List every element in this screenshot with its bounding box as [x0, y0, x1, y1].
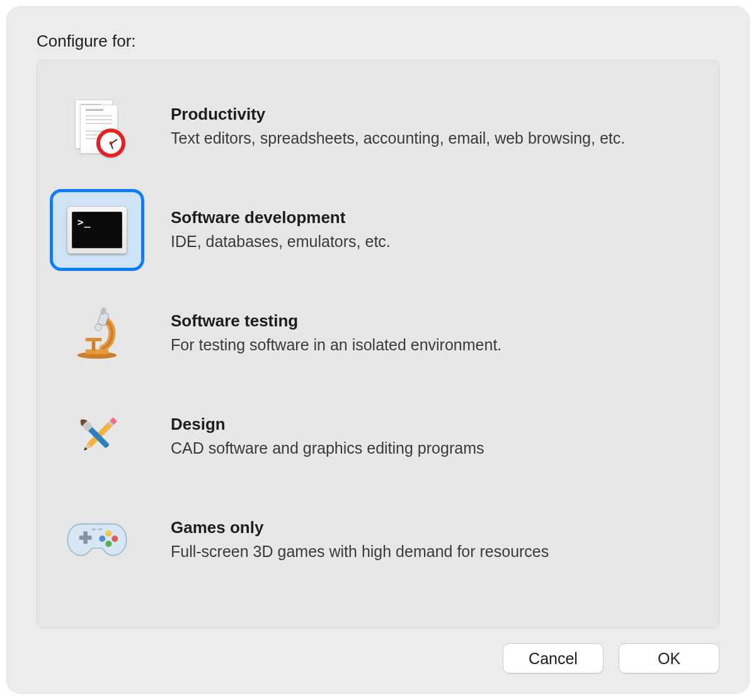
svg-rect-3 [92, 341, 96, 351]
options-panel: Productivity Text editors, spreadsheets,… [37, 60, 719, 628]
configure-dialog: Configure for: [6, 6, 750, 694]
option-games-only[interactable]: Games only Full-screen 3D games with hig… [50, 493, 694, 587]
option-text: Software testing For testing software in… [171, 311, 694, 356]
cancel-button[interactable]: Cancel [503, 643, 604, 674]
svg-point-16 [105, 531, 112, 537]
option-title: Software testing [171, 311, 694, 331]
svg-point-17 [112, 536, 118, 542]
option-description: Full-screen 3D games with high demand fo… [171, 541, 694, 563]
terminal-icon: >_ [50, 189, 144, 271]
option-design[interactable]: Design CAD software and graphics editing… [50, 389, 694, 484]
dialog-footer: Cancel OK [37, 628, 719, 674]
svg-point-19 [99, 536, 105, 542]
document-clock-icon [50, 86, 144, 168]
brush-pencil-icon [50, 396, 144, 478]
option-text: Software development IDE, databases, emu… [171, 208, 694, 253]
option-productivity[interactable]: Productivity Text editors, spreadsheets,… [50, 79, 694, 174]
gamepad-icon [50, 499, 144, 581]
option-title: Games only [171, 518, 694, 537]
option-software-testing[interactable]: Software testing For testing software in… [50, 286, 694, 381]
svg-rect-2 [86, 338, 102, 341]
option-title: Software development [171, 208, 694, 227]
option-description: CAD software and graphics editing progra… [171, 438, 694, 459]
microscope-icon [50, 292, 144, 374]
option-title: Design [171, 415, 694, 434]
dialog-header: Configure for: [37, 32, 719, 51]
svg-point-21 [98, 528, 103, 531]
option-text: Games only Full-screen 3D games with hig… [171, 518, 694, 563]
option-description: IDE, databases, emulators, etc. [171, 231, 694, 253]
option-title: Productivity [171, 105, 694, 124]
option-description: For testing software in an isolated envi… [171, 335, 694, 356]
option-text: Design CAD software and graphics editing… [171, 415, 694, 459]
svg-rect-15 [83, 531, 88, 544]
option-description: Text editors, spreadsheets, accounting, … [171, 128, 694, 149]
svg-point-6 [94, 324, 101, 331]
svg-point-18 [105, 541, 112, 547]
option-text: Productivity Text editors, spreadsheets,… [171, 105, 694, 149]
svg-point-20 [92, 528, 96, 531]
ok-button[interactable]: OK [619, 643, 719, 674]
option-software-development[interactable]: >_ Software development IDE, databases, … [50, 183, 694, 277]
